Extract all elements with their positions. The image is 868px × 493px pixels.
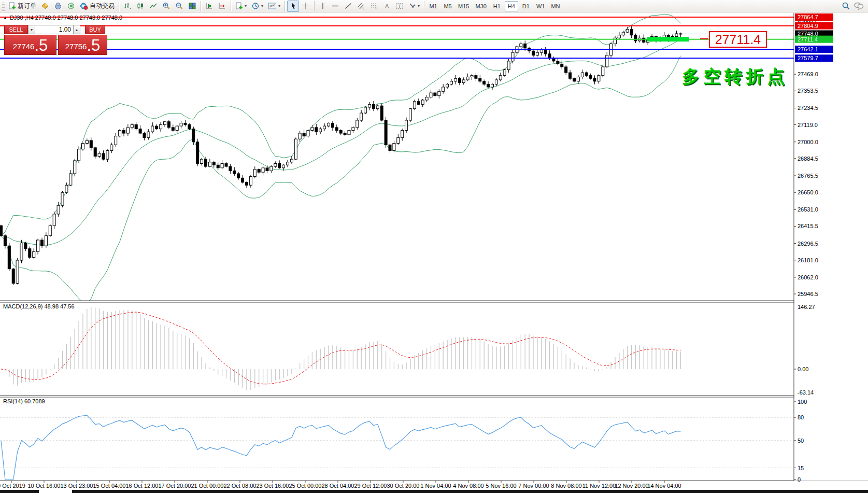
svg-text:14 Nov 04:00: 14 Nov 04:00 [647,483,681,489]
svg-text:26415.5: 26415.5 [798,223,818,229]
timeframe-M5[interactable]: M5 [441,1,454,11]
timeframe-W1[interactable]: W1 [534,1,548,11]
volume-increase-button[interactable]: ▲ [73,25,80,34]
market-watch-button[interactable] [39,1,51,12]
indicators-menu-button[interactable]: ▾ [266,1,282,12]
svg-text:23 Oct 16:00: 23 Oct 16:00 [257,483,289,489]
timeframe-H4[interactable]: H4 [505,1,518,11]
trendline-tool-button[interactable] [342,1,354,12]
vertical-line-icon [320,2,326,10]
bar-chart-type-button[interactable] [121,1,134,12]
search-icon[interactable] [842,2,850,10]
chart-area: 27823.527469.027353.527234.527119.027000… [0,12,868,493]
horizontal-line-tool-button[interactable] [329,1,341,12]
svg-text:27469.0: 27469.0 [798,71,818,77]
scrollbar-gap[interactable] [39,490,72,493]
text-icon: A [383,2,391,10]
svg-text:15: 15 [798,465,804,471]
buy-price-main: 27756 [65,40,87,53]
svg-text:T: T [399,4,402,9]
crosshair-tool-button[interactable] [300,1,312,12]
candlestick-chart-type-button[interactable] [134,1,147,12]
separator [201,1,201,11]
gold-diamond-icon [41,2,49,10]
fibonacci-icon: F [370,2,378,10]
cursor-icon [290,2,297,10]
chart-note-text[interactable]: 多空转折点 [682,65,788,89]
new-order-button[interactable]: 新订单 [6,1,38,12]
text-tool-button[interactable]: A [381,1,393,12]
zoom-out-icon [175,2,183,10]
toolbar-grip[interactable] [2,2,5,11]
svg-text:16 Oct 12:00: 16 Oct 12:00 [126,483,159,489]
toolbar: 新订单 自动交易 [0,0,868,12]
indicators-icon [268,2,277,10]
tile-windows-button[interactable] [186,1,198,12]
svg-text:4 Nov 08:00: 4 Nov 08:00 [453,483,483,489]
svg-text:25 Oct 00:00: 25 Oct 00:00 [289,483,322,489]
sell-button[interactable]: SELL [4,25,28,34]
cursor-tool-button[interactable] [287,1,299,12]
bar-chart-icon [123,2,132,10]
collapse-marker-icon[interactable]: ▲ [3,16,7,20]
svg-text:F: F [376,6,378,10]
svg-text:26650.0: 26650.0 [798,189,818,195]
alerts-button[interactable] [65,1,77,12]
timeframe-M30[interactable]: M30 [473,1,489,11]
timeframe-D1[interactable]: D1 [519,1,533,11]
timeframe-H1[interactable]: H1 [490,1,504,11]
clock-icon [251,2,260,10]
svg-text:10 Oct 16:00: 10 Oct 16:00 [28,483,61,489]
chart-shift-button[interactable] [216,1,229,12]
svg-text:146.27: 146.27 [798,304,815,310]
buy-button-label: BUY [89,26,102,33]
vertical-line-tool-button[interactable] [317,1,329,12]
autotrade-button[interactable]: 自动交易 [78,1,117,12]
svg-text:27579.7: 27579.7 [798,55,818,61]
auto-scroll-button[interactable] [203,1,216,12]
svg-text:27642.1: 27642.1 [798,46,818,52]
svg-text:26296.5: 26296.5 [798,241,818,247]
chart-title-text: DJ30 ,H4 27748.0 27748.0 27748.0 27748.0 [10,15,122,21]
arrows-menu-button[interactable]: ▾ [406,1,422,12]
buy-price-pips: .5 [87,37,100,53]
dropdown-caret-icon: ▾ [278,4,280,8]
timeframe-M1[interactable]: M1 [426,1,440,11]
equidistant-channel-tool-button[interactable]: E [355,1,367,12]
buy-price-box[interactable]: 27756.5 [58,35,107,55]
price-callout-label[interactable]: 27711.4 [709,31,767,48]
svg-text:50: 50 [798,438,804,444]
separator [424,1,424,11]
timeframe-group: M1M5M15M30H1H4D1W1MN [426,1,562,11]
chart-profiles-button[interactable] [52,1,64,12]
buy-button[interactable]: BUY [85,25,105,34]
fibonacci-tool-button[interactable]: F [368,1,380,12]
sell-price-box[interactable]: 27746.5 [4,35,56,55]
svg-text:17 Oct 20:00: 17 Oct 20:00 [159,483,191,489]
svg-text:30 Oct 20:00: 30 Oct 20:00 [387,483,420,489]
svg-text:E: E [363,6,365,10]
volume-decrease-button[interactable]: ▼ [28,25,35,34]
svg-text:A: A [385,3,389,9]
tile-windows-icon [188,2,196,10]
zoom-in-button[interactable] [160,1,173,12]
profiles-icon [54,2,62,10]
chart-title: ▲ DJ30 ,H4 27748.0 27748.0 27748.0 27748… [3,15,122,21]
new-order-menu-icon [235,2,243,10]
auto-scroll-icon [205,2,214,10]
chat-icon[interactable] [853,2,864,10]
svg-text:27711.4: 27711.4 [798,36,818,43]
callout-pointer-dash [700,38,708,39]
horizontal-line-icon [331,2,339,10]
svg-text:8 Nov 08:00: 8 Nov 08:00 [551,483,581,489]
svg-text:80: 80 [798,414,804,420]
new-order-label: 新订单 [18,2,36,10]
line-chart-type-button[interactable] [147,1,160,12]
timeframe-MN[interactable]: MN [548,1,562,11]
text-label-tool-button[interactable]: T [393,1,406,12]
new-order-menu-button[interactable]: ▾ [233,1,249,12]
zoom-out-button[interactable] [173,1,186,12]
volume-input[interactable] [35,25,73,34]
period-menu-button[interactable]: ▾ [249,1,265,12]
timeframe-M15[interactable]: M15 [456,1,472,11]
